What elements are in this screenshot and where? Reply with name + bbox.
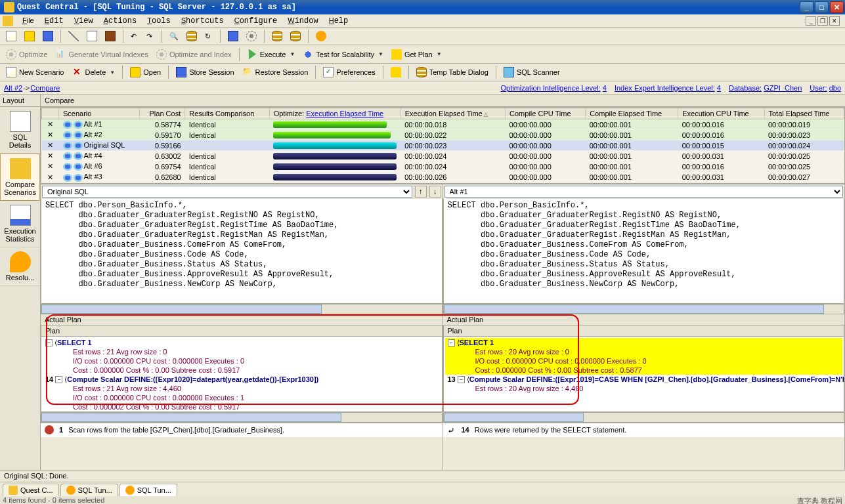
- delete-button[interactable]: ✕Delete▼: [68, 65, 118, 79]
- tree-collapse-icon[interactable]: −: [45, 339, 53, 346]
- scenario-grid[interactable]: Scenario Plan Cost Results Comparison Op…: [41, 107, 845, 184]
- crumb-compare[interactable]: Compare: [30, 84, 60, 92]
- menu-configure[interactable]: Configure: [229, 15, 283, 27]
- dropdown-icon[interactable]: ▼: [290, 51, 295, 57]
- tree-collapse-icon[interactable]: −: [448, 339, 455, 346]
- close-button[interactable]: ✕: [830, 1, 844, 13]
- optimize-and-index-button[interactable]: Optimize and Index: [153, 47, 235, 62]
- scenario-row[interactable]: ✕Alt #60.69754Identical00:00:00.02400:00…: [42, 161, 844, 172]
- minimize-button[interactable]: _: [800, 1, 813, 13]
- lock-button[interactable]: [387, 65, 404, 79]
- paste-button[interactable]: [102, 29, 119, 43]
- temp-table-button[interactable]: Temp Table Dialog: [413, 65, 492, 79]
- task-tab-sql1[interactable]: SQL Tun...: [60, 484, 118, 496]
- right-sql-text[interactable]: SELECT dbo.Person_BasicInfo.*, dbo.Gradu…: [443, 199, 845, 304]
- col-optimize[interactable]: Optimize: Execution Elapsed Time: [269, 108, 401, 119]
- sql-scanner-button[interactable]: SQL Scanner: [500, 65, 563, 79]
- open-session-button[interactable]: Open: [127, 65, 164, 79]
- col-compile-elapsed[interactable]: Compile Elapsed Time: [586, 108, 678, 119]
- col-exec-elapsed[interactable]: Execution Elapsed Time△: [401, 108, 505, 119]
- right-plan-tree[interactable]: −⟨SELECT 1 Est rows : 20 Avg row size : …: [443, 337, 845, 412]
- left-sql-text[interactable]: SELECT dbo.Person_BasicInfo.*, dbo.Gradu…: [41, 199, 443, 304]
- left-sql-selector[interactable]: Original SQL: [42, 186, 412, 198]
- find-button[interactable]: 🔍: [166, 29, 182, 43]
- new-scenario-button[interactable]: New Scenario: [3, 65, 67, 79]
- menu-help[interactable]: Help: [324, 15, 354, 27]
- copy-button[interactable]: [83, 29, 100, 43]
- dropdown-icon[interactable]: ▼: [378, 51, 383, 57]
- mdi-restore[interactable]: ❐: [817, 16, 828, 26]
- gen-virtual-indexes-button[interactable]: 📊Generate Virtual Indexes: [52, 47, 151, 62]
- redo-button[interactable]: ↷: [143, 29, 158, 43]
- left-sql-hscroll[interactable]: [41, 304, 443, 314]
- maximize-button[interactable]: □: [815, 1, 829, 13]
- tree-collapse-icon[interactable]: −: [55, 376, 62, 383]
- preferences-button[interactable]: Preferences: [320, 65, 378, 79]
- save-button[interactable]: [39, 29, 56, 43]
- prefs-icon: [323, 67, 334, 77]
- right-plan-hscroll[interactable]: [443, 412, 845, 423]
- restore-session-button[interactable]: 📁Restore Session: [239, 65, 312, 79]
- info-bar: Alt #2Compare Optimization Intelligence …: [0, 81, 845, 94]
- task-tab-sql2[interactable]: SQL Tun...: [119, 484, 177, 496]
- lock-icon: [391, 67, 401, 77]
- print-icon: [186, 31, 197, 41]
- sidebar-item-compare[interactable]: Compare Scenarios: [0, 154, 40, 201]
- dropdown-icon[interactable]: ▼: [437, 51, 442, 57]
- left-plan-header[interactable]: Plan: [41, 326, 443, 337]
- help-button[interactable]: [313, 29, 330, 43]
- refresh-button[interactable]: ↻: [202, 29, 216, 43]
- scenario-row[interactable]: ✕Original SQL0.5916600:00:00.02300:00:00…: [42, 140, 844, 151]
- task-tab-quest[interactable]: Quest C...: [3, 484, 59, 496]
- left-plan-tree[interactable]: −⟨SELECT 1 Est rows : 21 Avg row size : …: [41, 337, 443, 412]
- menu-window[interactable]: Window: [282, 15, 323, 27]
- optimize-button[interactable]: Optimize: [3, 47, 51, 62]
- col-scenario[interactable]: Scenario: [59, 108, 140, 119]
- menu-view[interactable]: View: [69, 15, 98, 27]
- nav-down[interactable]: ↓: [429, 186, 441, 198]
- scenario-row[interactable]: ✕Alt #20.59170Identical00:00:00.02200:00…: [42, 130, 844, 140]
- execute-button[interactable]: Execute▼: [244, 47, 299, 62]
- cut-button[interactable]: [65, 29, 82, 43]
- sidebar-item-exec-stats[interactable]: Execution Statistics: [0, 201, 40, 247]
- db-label: Database: GZPI_Chen: [729, 84, 802, 92]
- dropdown-icon[interactable]: ▼: [110, 70, 115, 75]
- menu-edit[interactable]: Edit: [39, 15, 69, 27]
- mdi-close[interactable]: ✕: [829, 16, 840, 26]
- undo-button[interactable]: ↶: [127, 29, 142, 43]
- mdi-minimize[interactable]: _: [806, 16, 816, 26]
- test-scalability-button[interactable]: Test for Scalability▼: [299, 47, 387, 62]
- nav-up[interactable]: ↑: [415, 186, 427, 198]
- right-sql-selector[interactable]: Alt #1: [444, 186, 844, 198]
- scenario-row[interactable]: ✕Alt #10.58774Identical00:00:00.01800:00…: [42, 119, 844, 130]
- options-button[interactable]: [243, 29, 260, 43]
- tab-compare[interactable]: Compare: [41, 94, 845, 107]
- store-session-button[interactable]: Store Session: [173, 65, 237, 79]
- sql-icon: [10, 111, 31, 132]
- right-plan-header[interactable]: Plan: [443, 326, 845, 337]
- print-button[interactable]: [183, 29, 200, 43]
- crumb-alt2[interactable]: Alt #2: [4, 84, 22, 92]
- col-results[interactable]: Results Comparison: [185, 108, 269, 119]
- col-exec-cpu[interactable]: Execution CPU Time: [678, 108, 764, 119]
- open-button[interactable]: [21, 29, 38, 43]
- new-button[interactable]: [3, 29, 20, 43]
- col-plancost[interactable]: Plan Cost: [139, 108, 185, 119]
- wizard-button[interactable]: [225, 29, 242, 43]
- sidebar-item-resolution[interactable]: Resolu...: [0, 247, 40, 286]
- db2-button[interactable]: [287, 29, 304, 43]
- sidebar-item-sql-details[interactable]: SQL Details: [0, 107, 40, 154]
- get-plan-button[interactable]: Get Plan▼: [388, 47, 445, 62]
- tree-collapse-icon[interactable]: −: [458, 376, 465, 383]
- col-compile-cpu[interactable]: Compile CPU Time: [506, 108, 586, 119]
- db-button[interactable]: [269, 29, 286, 43]
- menu-tools[interactable]: Tools: [142, 15, 176, 27]
- scenario-row[interactable]: ✕Alt #30.62680Identical00:00:00.02600:00…: [42, 172, 844, 182]
- menu-actions[interactable]: Actions: [98, 15, 142, 27]
- scenario-row[interactable]: ✕Alt #40.63002Identical00:00:00.02400:00…: [42, 151, 844, 161]
- left-plan-hscroll[interactable]: [41, 412, 443, 423]
- right-sql-hscroll[interactable]: [443, 304, 845, 314]
- menu-file[interactable]: File: [17, 15, 39, 27]
- menu-shortcuts[interactable]: Shortcuts: [176, 15, 229, 27]
- col-total[interactable]: Total Elapsed Time: [764, 108, 844, 119]
